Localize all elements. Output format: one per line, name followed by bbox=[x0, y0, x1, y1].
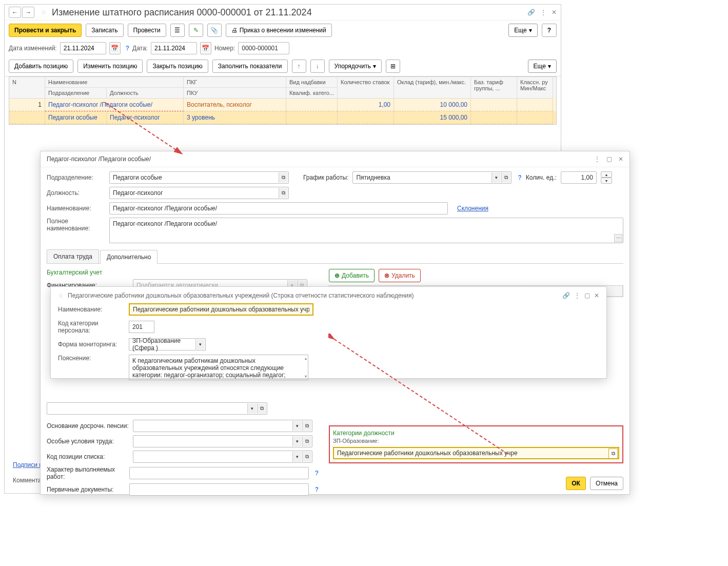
calendar-icon[interactable]: 📅 bbox=[109, 42, 121, 54]
th-dept: Подразделение bbox=[45, 88, 107, 99]
primedocs-input[interactable] bbox=[129, 483, 309, 496]
help-icon[interactable]: ? bbox=[315, 486, 319, 493]
save-button[interactable]: Записать bbox=[86, 24, 123, 37]
delete-button[interactable]: ⊗ Удалить bbox=[379, 269, 421, 282]
chevron-down-icon[interactable]: ▾ bbox=[491, 172, 501, 183]
fill-indicators-button[interactable]: Заполнить показатели bbox=[212, 60, 288, 73]
kebab-menu-icon[interactable]: ⋮ bbox=[574, 292, 580, 299]
scroll-up-icon[interactable]: ▴ bbox=[305, 356, 307, 361]
pension-input[interactable]: ▾⧉ bbox=[133, 420, 312, 432]
w3-name-input[interactable]: Педагогические работники дошкольных обра… bbox=[129, 303, 313, 316]
w3-form-input[interactable]: ЗП-Образование (Сфера )▾ bbox=[129, 338, 206, 350]
th-name: Наименование bbox=[45, 77, 184, 88]
w3-name-label: Наименование: bbox=[58, 306, 125, 313]
th-qualif: Квалиф. катего... bbox=[286, 88, 338, 99]
chevron-down-icon[interactable]: ▾ bbox=[292, 421, 302, 431]
choice-icon[interactable]: ⧉ bbox=[501, 172, 510, 183]
accounting-header: Бухгалтерский учет bbox=[47, 269, 319, 276]
dept-label: Подразделение: bbox=[47, 174, 105, 181]
spinner-down-icon[interactable]: ▾ bbox=[601, 178, 612, 184]
change-date-label: Дата изменений: bbox=[9, 45, 57, 52]
position-input[interactable]: Педагог-психолог⧉ bbox=[109, 187, 289, 199]
ok-button[interactable]: ОК bbox=[566, 477, 586, 490]
add-position-button[interactable]: Добавить позицию bbox=[9, 60, 73, 73]
favorite-star-icon[interactable]: ☆ bbox=[38, 7, 49, 17]
choice-icon[interactable]: ⧉ bbox=[279, 172, 288, 183]
edit-position-button[interactable]: Изменить позицию bbox=[77, 60, 143, 73]
nav-forward-button[interactable]: → bbox=[22, 7, 34, 18]
table-more-button[interactable]: Еще ▾ bbox=[528, 60, 557, 73]
close-icon[interactable]: ✕ bbox=[618, 155, 623, 163]
kebab-menu-icon[interactable]: ⋮ bbox=[540, 9, 546, 16]
schedule-label: График работы: bbox=[303, 174, 348, 181]
help-icon[interactable]: ? bbox=[126, 45, 129, 52]
chevron-down-icon[interactable]: ▾ bbox=[292, 436, 302, 446]
edit-icon[interactable]: ✎ bbox=[189, 24, 203, 37]
print-order-button[interactable]: 🖨Приказ о внесении изменений bbox=[226, 24, 332, 37]
position-label: Должность: bbox=[47, 189, 105, 197]
spinner-up-icon[interactable]: ▴ bbox=[601, 171, 612, 178]
dept-input[interactable]: Педагоги особые⧉ bbox=[109, 171, 289, 184]
help-icon[interactable]: ? bbox=[518, 174, 521, 181]
choice-icon[interactable]: ⧉ bbox=[302, 436, 311, 446]
fullname-textarea[interactable]: Педагог-психолог /Педагоги особые/⋯ bbox=[109, 218, 623, 243]
close-icon[interactable]: ✕ bbox=[552, 9, 557, 16]
choice-icon[interactable]: ⧉ bbox=[279, 188, 288, 198]
help-button[interactable]: ? bbox=[542, 24, 557, 37]
maximize-icon[interactable]: ▢ bbox=[584, 292, 590, 299]
nav-back-button[interactable]: ← bbox=[9, 7, 21, 18]
scroll-down-icon[interactable]: ▾ bbox=[305, 374, 307, 379]
link-icon[interactable]: 🔗 bbox=[527, 9, 535, 16]
listcode-input[interactable]: ▾⧉ bbox=[133, 451, 312, 463]
close-position-button[interactable]: Закрыть позицию bbox=[147, 60, 208, 73]
chevron-down-icon[interactable]: ▾ bbox=[247, 403, 257, 414]
choice-icon[interactable]: ⧉ bbox=[302, 421, 311, 431]
layout-icon[interactable]: ⊞ bbox=[386, 60, 400, 73]
move-down-button[interactable]: ↓ bbox=[310, 60, 325, 73]
tab-pay[interactable]: Оплата труда bbox=[47, 249, 99, 263]
chevron-down-icon: ▾ bbox=[373, 63, 376, 70]
w3-explanation-textarea[interactable]: К педагогическим работникам дошкольных о… bbox=[129, 355, 308, 380]
favorite-star-icon[interactable]: ☆ bbox=[58, 292, 64, 299]
worknature-input[interactable] bbox=[129, 467, 309, 479]
declension-link[interactable]: Склонения bbox=[457, 205, 488, 212]
move-up-button[interactable]: ↑ bbox=[292, 60, 306, 73]
category-input[interactable]: Педагогические работники дошкольных обра… bbox=[333, 447, 619, 459]
schedule-input[interactable]: Пятидневка▾⧉ bbox=[352, 171, 511, 184]
win3-title-text: Педагогические работники дошкольных обра… bbox=[68, 292, 558, 299]
chevron-down-icon[interactable]: ▾ bbox=[195, 339, 205, 349]
choice-icon[interactable]: ⧉ bbox=[608, 448, 618, 459]
w3-code-input[interactable]: 201 bbox=[129, 321, 154, 333]
conduct-button[interactable]: Провести bbox=[128, 24, 166, 37]
maximize-icon[interactable]: ▢ bbox=[606, 155, 612, 163]
list-view-icon[interactable]: ☰ bbox=[170, 24, 185, 37]
conduct-and-close-button[interactable]: Провести и закрыть bbox=[9, 24, 82, 37]
link-icon[interactable]: 🔗 bbox=[562, 292, 570, 299]
number-input[interactable]: 0000-000001 bbox=[238, 42, 289, 54]
name-input[interactable]: Педагог-психолог /Педагоги особые/ bbox=[109, 202, 448, 214]
expand-icon[interactable]: ⋯ bbox=[614, 234, 622, 242]
th-rates: Количество ставок bbox=[338, 77, 394, 99]
cancel-button[interactable]: Отмена bbox=[590, 477, 623, 490]
add-button[interactable]: ⊕ Добавить bbox=[329, 269, 375, 282]
choice-icon[interactable]: ⧉ bbox=[257, 403, 266, 414]
qty-input[interactable]: 1,00 bbox=[561, 171, 597, 184]
conditions-input[interactable]: ▾⧉ bbox=[133, 435, 312, 447]
doc-date-input[interactable] bbox=[151, 42, 197, 54]
misc-selector-input[interactable]: ▾⧉ bbox=[47, 402, 267, 415]
change-date-input[interactable] bbox=[60, 42, 106, 54]
sort-button[interactable]: Упорядочить ▾ bbox=[329, 60, 382, 73]
attachment-icon[interactable]: 📎 bbox=[207, 24, 222, 37]
close-icon[interactable]: ✕ bbox=[594, 292, 599, 299]
name-label: Наименование: bbox=[47, 205, 105, 212]
table-row[interactable]: Педагоги особые Педагог-психолог 3 урове… bbox=[9, 111, 556, 124]
choice-icon[interactable]: ⧉ bbox=[302, 452, 311, 462]
tab-extra[interactable]: Дополнительно bbox=[100, 250, 158, 264]
table-row[interactable]: 1 Педагог-психолог /Педагоги особые/ Вос… bbox=[9, 99, 556, 111]
kebab-menu-icon[interactable]: ⋮ bbox=[594, 155, 600, 163]
more-button[interactable]: Еще ▾ bbox=[508, 24, 537, 37]
calendar-icon-2[interactable]: 📅 bbox=[200, 42, 211, 54]
chevron-down-icon[interactable]: ▾ bbox=[292, 452, 302, 462]
positions-table: N Наименование Подразделение Должность П… bbox=[9, 76, 557, 125]
help-icon[interactable]: ? bbox=[315, 470, 319, 477]
